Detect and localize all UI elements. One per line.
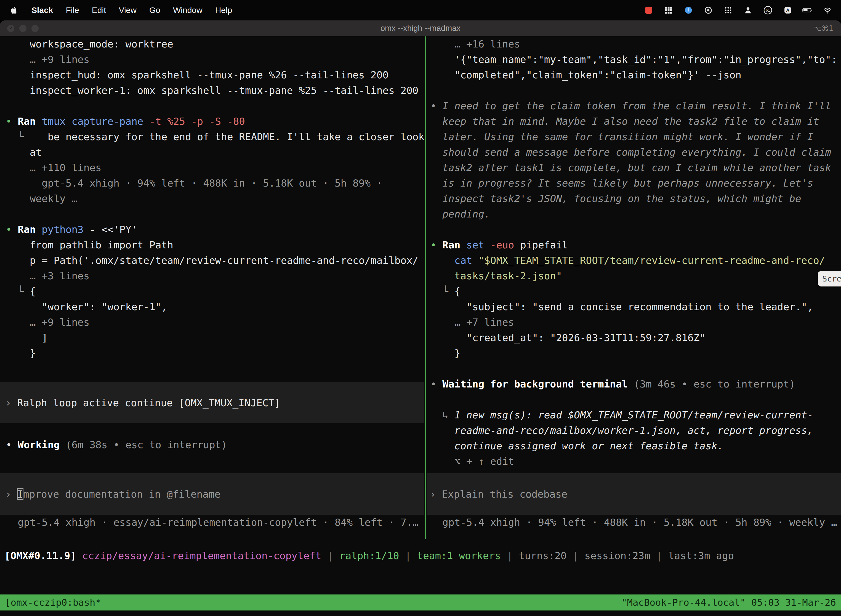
terminal-line: gpt-5.4 xhigh · 94% left · 488K in · 5.1… (0, 176, 424, 191)
minimize-button[interactable] (19, 25, 26, 32)
terminal-line: weekly … (0, 191, 424, 207)
text-run: cat (454, 255, 478, 266)
menu-go[interactable]: Go (149, 6, 160, 15)
terminal-line: "subject": "send a concise recommendatio… (426, 299, 841, 315)
input-source-icon[interactable]: A (782, 5, 793, 15)
text-run: from pathlib import Path (6, 239, 173, 251)
terminal-line: … +3 lines (0, 268, 424, 284)
menu-items: SlackFileEditViewGoWindowHelp (31, 6, 232, 15)
prompt-suggestion[interactable]: › Explain this codebase (426, 473, 841, 515)
terminal-line: tasks/task-2.json" (426, 268, 841, 284)
terminal-line: • I need to get the claim token from the… (426, 98, 841, 114)
text-run: ⌥ + ↑ edit (431, 456, 514, 467)
menu-help[interactable]: Help (215, 6, 232, 15)
blue-app-icon[interactable] (683, 5, 694, 15)
text-run: be necessary for the end of the README. … (48, 131, 424, 142)
assistant-icon[interactable] (743, 5, 753, 15)
battery-icon[interactable] (802, 5, 813, 15)
menu-view[interactable]: View (119, 6, 136, 15)
text-run: | (651, 550, 668, 561)
menu-edit[interactable]: Edit (92, 6, 106, 15)
screen-recording-indicator-icon[interactable] (643, 5, 654, 15)
text-run: Ralph loop active continue [OMX_TMUX_INJ… (17, 397, 280, 408)
spacer (0, 361, 424, 382)
text-run: is in progress? It seems likely but perh… (431, 177, 813, 189)
terminal-line: ⌥ + ↑ edit (426, 454, 841, 469)
grid-icon[interactable] (663, 5, 674, 15)
terminal-pane-right[interactable]: … +16 lines '{"team_name":"my-team","tas… (426, 37, 841, 531)
text-run: › (5, 488, 17, 500)
terminal-line: later. Using the same for transition mig… (426, 129, 841, 145)
pane-divider[interactable] (425, 37, 426, 539)
text-run: weekly … (6, 193, 78, 204)
terminal-line: is in progress? It seems likely but perh… (426, 176, 841, 191)
terminal-line: … +7 lines (426, 315, 841, 330)
text-run: … +9 lines (6, 54, 89, 65)
text-run: { (454, 286, 460, 297)
window-titlebar: × omx --xhigh --madmax ⌥⌘1 (0, 21, 841, 37)
text-run: } (6, 348, 35, 359)
menu-slack[interactable]: Slack (31, 6, 53, 15)
text-run: • (6, 439, 18, 450)
terminal-line: ↳ 1 new msg(s): read $OMX_TEAM_STATE_ROO… (426, 407, 841, 423)
zoom-button[interactable] (31, 25, 39, 32)
terminal-line: at (0, 145, 424, 160)
terminal-line: workspace_mode: worktree (0, 37, 424, 52)
text-run: } (431, 348, 460, 359)
dots-grid-icon[interactable] (723, 5, 733, 15)
text-run: … +9 lines (6, 317, 89, 328)
menu-file[interactable]: File (66, 6, 79, 15)
terminal-line: continue assigned work or next feasible … (426, 438, 841, 454)
close-button[interactable]: × (7, 25, 14, 32)
text-run: … +110 lines (6, 162, 101, 173)
menu-right: 61 A (643, 5, 833, 15)
prompt-input[interactable]: › Improve documentation in @filename (0, 473, 424, 515)
svg-text:61: 61 (766, 8, 770, 12)
terminal-line: inspect task2's JSON, focusing on the st… (426, 191, 841, 207)
text-run: "worker": "worker-1", (6, 301, 167, 312)
terminal-line: pending. (426, 207, 841, 222)
screenshot-preview[interactable]: Scre (818, 271, 841, 286)
text-run: I need to get the claim token from the c… (442, 100, 831, 111)
tab-shortcut-hint: ⌥⌘1 (813, 24, 833, 32)
battery-percent-badge-icon[interactable]: 61 (763, 5, 773, 15)
camera-circle-icon[interactable] (703, 5, 714, 15)
terminal-line: • Working (6m 38s • esc to interrupt) (0, 437, 424, 453)
tmux-host-clock: "MacBook-Pro-44.local" 05:03 31-Mar-26 (621, 597, 836, 608)
apple-logo-icon[interactable] (8, 5, 19, 15)
text-run: "$OMX_TEAM_STATE_ROOT/team/review-curren… (478, 255, 825, 266)
text-run: [OMX#0.11.9] (4, 550, 82, 561)
text-run: "subject": "send a concise recommendatio… (431, 301, 813, 312)
text-run: └ (6, 131, 48, 142)
text-run: -euo (490, 239, 520, 251)
menu-window[interactable]: Window (173, 6, 202, 15)
text-run: (3m 46s • esc to interrupt) (634, 378, 795, 390)
wifi-icon[interactable] (822, 5, 833, 15)
text-run: tmux capture-pane (42, 116, 149, 127)
text-run: • (6, 224, 18, 235)
text-run: Ran (442, 239, 466, 251)
text-run: ralph:1/10 (339, 550, 399, 561)
text-run: inspect_worker-1: omx sparkshell --tmux-… (6, 85, 419, 96)
terminal-line: gpt-5.4 xhigh · 94% left · 488K in · 5.1… (426, 515, 841, 530)
terminal-line (426, 222, 841, 238)
text-run: turns:20 (519, 550, 567, 561)
text-run: session:23m (585, 550, 650, 561)
terminal-pane-left[interactable]: workspace_mode: worktree … +9 lines insp… (0, 37, 424, 531)
text-run: ↳ (431, 409, 454, 421)
text-run: mprove documentation in @filename (23, 488, 220, 500)
terminal-line: … +9 lines (0, 52, 424, 67)
text-run: tasks/task-2.json" (431, 270, 562, 282)
text-run: team:1 workers (417, 550, 501, 561)
terminal-line (426, 83, 841, 98)
text-run: › (430, 488, 442, 500)
omx-status-line: [OMX#0.11.9] cczip/essay/ai-reimplementa… (4, 548, 734, 563)
text-run: • (431, 100, 442, 111)
prompt-ralph-loop[interactable]: › Ralph loop active continue [OMX_TMUX_I… (0, 382, 424, 423)
spacer (0, 453, 424, 473)
terminal-line: • Ran tmux capture-pane -t %25 -p -S -80 (0, 114, 424, 129)
terminal-line (0, 207, 424, 222)
text-run: └ (431, 286, 454, 297)
terminal-line (0, 98, 424, 114)
svg-text:A: A (786, 8, 790, 13)
